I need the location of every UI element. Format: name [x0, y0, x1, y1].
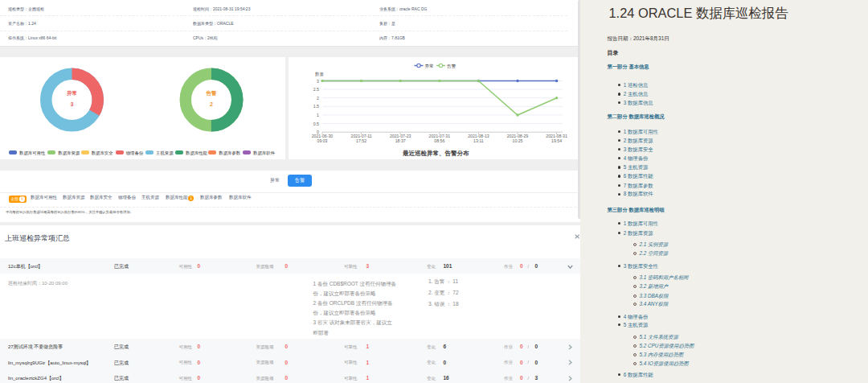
svg-text:3: 3: [71, 101, 74, 107]
svg-text:最近巡检异常、告警分布: 最近巡检异常、告警分布: [402, 150, 469, 157]
svg-text:09:03: 09:03: [317, 138, 328, 143]
svg-text:异常: 异常: [66, 90, 77, 97]
svg-text:0.5: 0.5: [313, 121, 319, 126]
svg-text:19:54: 19:54: [551, 138, 562, 143]
svg-text:13:11: 13:11: [473, 138, 484, 143]
svg-text:告警: 告警: [447, 64, 457, 69]
svg-text:2.5: 2.5: [313, 87, 319, 92]
svg-text:3: 3: [317, 79, 319, 84]
svg-text:08:56: 08:56: [434, 138, 444, 143]
svg-text:异常: 异常: [425, 64, 434, 68]
svg-text:2: 2: [210, 101, 213, 107]
svg-text:10:25: 10:25: [513, 138, 523, 143]
svg-text:2: 2: [317, 96, 319, 101]
svg-text:18:37: 18:37: [395, 138, 406, 143]
svg-text:告警: 告警: [206, 90, 218, 97]
svg-text:数量: 数量: [315, 72, 325, 76]
svg-text:1.5: 1.5: [313, 104, 319, 109]
svg-text:17:52: 17:52: [356, 138, 366, 143]
svg-text:1: 1: [317, 113, 319, 117]
